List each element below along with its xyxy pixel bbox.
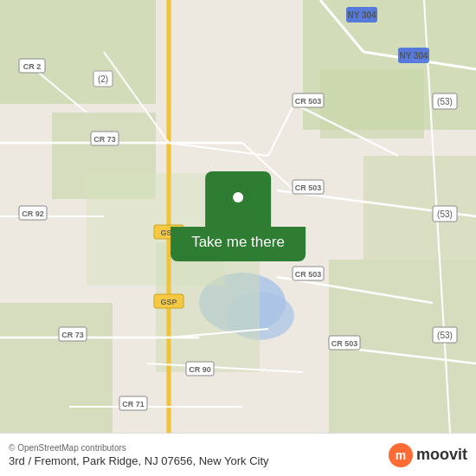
svg-text:NY 304: NY 304: [347, 10, 376, 20]
svg-text:(2): (2): [98, 74, 108, 84]
take-me-there-overlay: Take me there: [170, 171, 306, 261]
svg-text:CR 503: CR 503: [295, 97, 322, 106]
svg-text:CR 2: CR 2: [23, 62, 42, 71]
moovit-icon: m: [389, 443, 413, 467]
moovit-name: moovit: [416, 446, 467, 464]
svg-text:CR 73: CR 73: [61, 331, 84, 339]
map-container: NY 304 NY 304 (2) CR 2 CR 73 CR 73 CR 92…: [0, 0, 476, 433]
svg-text:(53): (53): [437, 209, 453, 219]
take-me-there-button[interactable]: Take me there: [170, 227, 306, 261]
svg-text:CR 71: CR 71: [122, 400, 145, 408]
svg-rect-4: [320, 69, 424, 138]
location-pin-icon: [222, 182, 254, 220]
svg-text:(53): (53): [437, 331, 453, 340]
svg-text:(53): (53): [437, 97, 453, 106]
svg-text:GSP: GSP: [160, 298, 177, 306]
svg-text:CR 90: CR 90: [189, 365, 211, 374]
svg-text:CR 503: CR 503: [295, 270, 322, 279]
svg-text:NY 304: NY 304: [399, 51, 428, 61]
svg-rect-5: [363, 156, 476, 260]
moovit-logo: m moovit: [389, 443, 467, 467]
address-text: 3rd / Fremont, Park Ridge, NJ 07656, New…: [9, 454, 389, 467]
svg-rect-8: [0, 303, 113, 433]
svg-point-70: [233, 192, 243, 203]
location-pin-container: [205, 171, 271, 227]
svg-text:CR 92: CR 92: [22, 209, 44, 218]
svg-text:CR 73: CR 73: [93, 135, 116, 144]
bottom-bar: © OpenStreetMap contributors 3rd / Fremo…: [0, 433, 476, 476]
svg-text:m: m: [396, 448, 406, 462]
openstreetmap-credit: © OpenStreetMap contributors: [9, 443, 389, 453]
svg-rect-1: [0, 0, 156, 104]
svg-text:CR 503: CR 503: [331, 339, 358, 348]
